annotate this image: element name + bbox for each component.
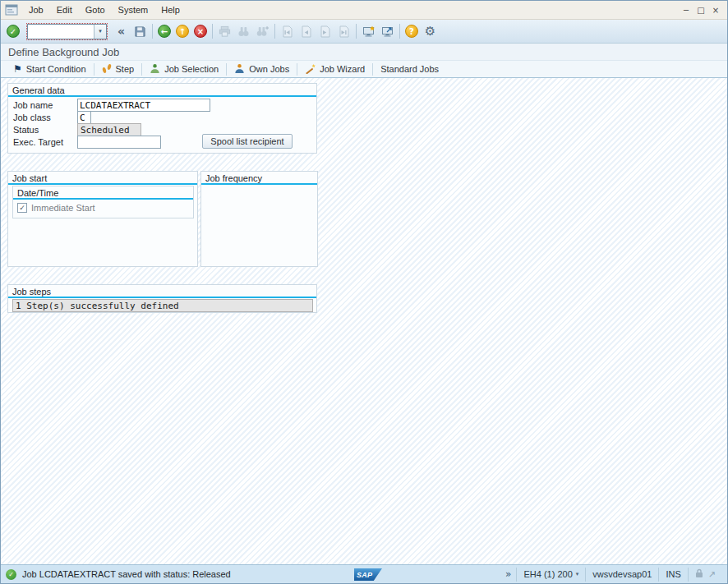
job-steps-message: 1 Step(s) successfully defined bbox=[12, 299, 313, 312]
job-start-title: Job start bbox=[8, 172, 197, 183]
job-selection-button[interactable]: Job Selection bbox=[142, 62, 226, 77]
back-button[interactable]: ← bbox=[158, 25, 171, 38]
immediate-start-label: Immediate Start bbox=[31, 203, 95, 213]
menu-edit[interactable]: Edit bbox=[50, 2, 79, 17]
standard-jobs-label: Standard Jobs bbox=[380, 64, 439, 74]
cancel-button[interactable]: × bbox=[194, 25, 207, 38]
status-label: Status bbox=[13, 125, 77, 135]
date-time-title: Date/Time bbox=[13, 186, 193, 198]
close-button[interactable]: × bbox=[708, 6, 723, 15]
standard-jobs-button[interactable]: Standard Jobs bbox=[373, 62, 446, 76]
status-message: Job LCDATAEXTRACT saved with status: Rel… bbox=[22, 569, 231, 579]
job-start-group: Job start Date/Time ✓ Immediate Start bbox=[7, 171, 198, 267]
job-steps-title: Job steps bbox=[8, 285, 316, 297]
status-bar: ✓ Job LCDATAEXTRACT saved with status: R… bbox=[1, 564, 727, 583]
command-dropdown-icon[interactable]: ▾ bbox=[94, 25, 106, 39]
job-frequency-title: Job frequency bbox=[201, 172, 317, 183]
wand-icon bbox=[305, 63, 316, 76]
immediate-start-row: ✓ Immediate Start bbox=[17, 203, 95, 213]
page-title: Define Background Job bbox=[8, 46, 119, 58]
lock-icon bbox=[695, 568, 703, 580]
find-next-icon[interactable] bbox=[256, 25, 270, 38]
start-condition-button[interactable]: ⚑ Start Condition bbox=[6, 62, 94, 76]
create-shortcut-icon[interactable] bbox=[380, 25, 394, 38]
collapse-command-icon[interactable]: « bbox=[114, 25, 128, 38]
system-info-text: EH4 (1) 200 bbox=[523, 569, 572, 579]
start-condition-label: Start Condition bbox=[26, 64, 86, 74]
menu-bar: Job Edit Goto System Help ─ □ × bbox=[1, 1, 727, 20]
sap-gui-window: Job Edit Goto System Help ─ □ × ✓ ▾ « ← … bbox=[0, 0, 728, 584]
help-button[interactable]: ? bbox=[405, 25, 418, 38]
immediate-start-checkbox[interactable]: ✓ bbox=[17, 203, 27, 213]
job-steps-accent-rule bbox=[8, 297, 316, 298]
new-session-icon[interactable] bbox=[362, 25, 376, 38]
title-bar: Define Background Job bbox=[1, 44, 727, 60]
flag-icon: ⚑ bbox=[13, 63, 22, 75]
application-icon bbox=[5, 4, 18, 16]
own-jobs-button[interactable]: Own Jobs bbox=[227, 62, 297, 77]
application-toolbar: ⚑ Start Condition Step Job Selection Own… bbox=[1, 60, 727, 78]
command-field[interactable]: ▾ bbox=[27, 24, 107, 39]
host-text: vwsvdevsap01 bbox=[592, 569, 652, 579]
insert-mode-text: INS bbox=[666, 569, 680, 579]
customize-layout-icon[interactable]: ⚙ bbox=[423, 25, 437, 38]
footprints-icon bbox=[102, 64, 112, 74]
system-toolbar: ✓ ▾ « ← ↑ × bbox=[1, 20, 727, 44]
menu-job[interactable]: Job bbox=[22, 2, 50, 17]
host-field: vwsvdevsap01 bbox=[585, 568, 658, 582]
step-button[interactable]: Step bbox=[94, 62, 142, 76]
system-info-field[interactable]: EH4 (1) 200 ▾ bbox=[516, 568, 585, 582]
job-frequency-group: Job frequency bbox=[200, 171, 318, 267]
menu-goto[interactable]: Goto bbox=[79, 2, 112, 17]
job-wizard-label: Job Wizard bbox=[320, 64, 365, 74]
sap-logo: SAP bbox=[354, 568, 382, 581]
step-label: Step bbox=[116, 64, 135, 74]
insert-mode-field: INS bbox=[658, 568, 687, 582]
job-class-input[interactable] bbox=[77, 111, 91, 124]
exit-button[interactable]: ↑ bbox=[176, 25, 189, 38]
next-page-icon[interactable] bbox=[318, 25, 332, 38]
menu-system[interactable]: System bbox=[112, 2, 155, 17]
spool-list-recipient-button[interactable]: Spool list recipient bbox=[202, 134, 293, 149]
general-data-title: General data bbox=[8, 84, 316, 95]
status-field: Scheduled bbox=[77, 123, 141, 136]
menu-help[interactable]: Help bbox=[154, 2, 187, 17]
general-data-group: General data Job name Job class Status S… bbox=[7, 83, 317, 154]
own-jobs-label: Own Jobs bbox=[249, 64, 289, 74]
main-area: General data Job name Job class Status S… bbox=[1, 78, 727, 564]
status-expand-icon[interactable]: » bbox=[500, 568, 516, 580]
resize-arrow-icon: ↗ bbox=[708, 569, 716, 580]
save-icon[interactable] bbox=[133, 25, 147, 38]
status-success-icon: ✓ bbox=[6, 569, 16, 580]
person-green-icon bbox=[150, 63, 160, 76]
job-wizard-button[interactable]: Job Wizard bbox=[297, 62, 372, 77]
exec-target-label: Exec. Target bbox=[13, 137, 77, 147]
last-page-icon[interactable] bbox=[337, 25, 351, 38]
date-time-panel: Date/Time ✓ Immediate Start bbox=[12, 186, 194, 218]
print-icon[interactable] bbox=[218, 25, 232, 38]
job-steps-group: Job steps 1 Step(s) successfully defined bbox=[7, 284, 317, 313]
job-selection-label: Job Selection bbox=[164, 64, 219, 74]
previous-page-icon[interactable] bbox=[299, 25, 313, 38]
command-input[interactable] bbox=[28, 25, 94, 39]
first-page-icon[interactable] bbox=[280, 25, 294, 38]
person-blue-icon bbox=[234, 63, 245, 76]
job-name-label: Job name bbox=[13, 100, 77, 110]
job-class-label: Job class bbox=[13, 113, 77, 122]
status-icon-tray: ↗ bbox=[688, 568, 722, 582]
job-name-input[interactable] bbox=[77, 99, 210, 112]
maximize-button[interactable]: □ bbox=[693, 6, 708, 15]
minimize-button[interactable]: ─ bbox=[679, 6, 693, 15]
exec-target-input[interactable] bbox=[77, 136, 161, 149]
enter-button[interactable]: ✓ bbox=[7, 25, 20, 38]
system-info-dropdown-icon[interactable]: ▾ bbox=[576, 571, 579, 577]
find-icon[interactable] bbox=[237, 25, 251, 38]
